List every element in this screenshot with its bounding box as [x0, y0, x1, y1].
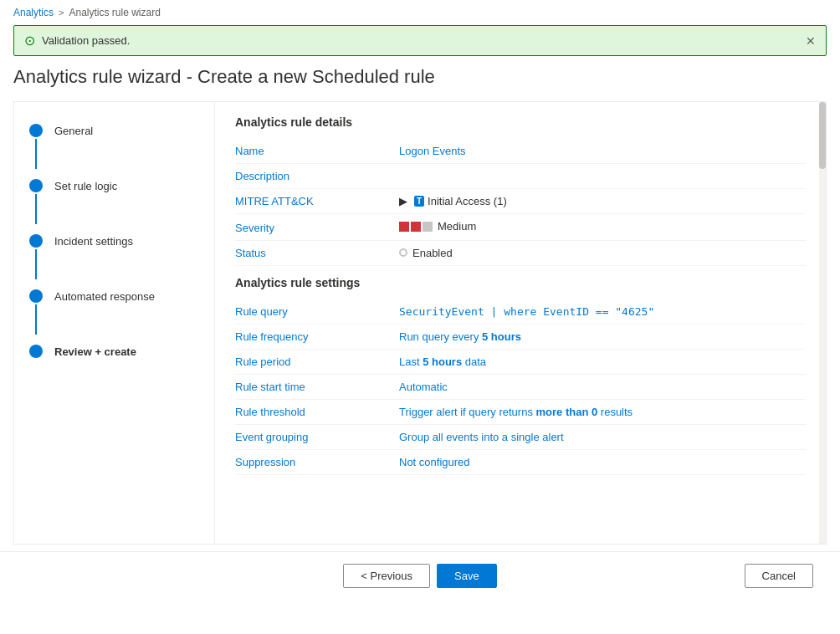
detail-row-suppression: Suppression Not configured	[235, 450, 806, 475]
page-title: Analytics rule wizard - Create a new Sch…	[0, 56, 840, 101]
step-automated-response[interactable]: Automated response	[28, 284, 201, 340]
mitre-tag: ▶ T Initial Access (1)	[399, 195, 507, 207]
save-button[interactable]: Save	[437, 564, 497, 588]
label-description: Description	[235, 170, 386, 182]
detail-row-rule-threshold: Rule threshold Trigger alert if query re…	[235, 400, 806, 425]
step-review-create[interactable]: Review + create	[28, 340, 201, 363]
label-mitre: MITRE ATT&CK	[235, 195, 386, 207]
value-rule-start-time: Automatic	[399, 381, 806, 393]
label-rule-start-time: Rule start time	[235, 381, 386, 393]
label-rule-query: Rule query	[235, 305, 386, 318]
mitre-value: Initial Access (1)	[428, 195, 507, 207]
details-section-header: Analytics rule details	[235, 115, 806, 129]
step-circle-general	[29, 124, 43, 137]
label-rule-period: Rule period	[235, 355, 386, 368]
step-set-rule-logic[interactable]: Set rule logic	[28, 174, 201, 229]
step-line-1	[35, 139, 37, 169]
detail-row-event-grouping: Event grouping Group all events into a s…	[235, 425, 806, 450]
detail-row-status: Status Enabled	[235, 241, 806, 267]
step-label-automated: Automated response	[54, 289, 155, 303]
status-dot-circle	[399, 248, 407, 257]
step-line-2	[35, 194, 37, 224]
value-rule-frequency: Run query every 5 hours	[399, 330, 806, 343]
breadcrumb-current: Analytics rule wizard	[69, 7, 160, 18]
footer-bar: < Previous Save Cancel	[0, 551, 840, 600]
severity-block-3	[423, 222, 433, 232]
label-event-grouping: Event grouping	[235, 431, 386, 443]
step-label-general: General	[54, 124, 93, 137]
severity-block-2	[411, 222, 421, 232]
value-rule-period: Last 5 hours data	[399, 355, 806, 368]
wizard-sidebar: General Set rule logic Incident settings	[14, 102, 215, 544]
wizard-content: Analytics rule details Name Logon Events…	[215, 102, 826, 488]
mitre-tag-icon: T	[414, 196, 424, 207]
validation-message: Validation passed.	[42, 34, 130, 47]
step-label-review: Review + create	[54, 345, 136, 358]
scrollbar-thumb[interactable]	[819, 102, 826, 169]
detail-row-name: Name Logon Events	[235, 139, 806, 164]
step-incident-settings[interactable]: Incident settings	[28, 229, 201, 284]
severity-text: Medium	[438, 220, 476, 233]
detail-row-mitre: MITRE ATT&CK ▶ T Initial Access (1)	[235, 189, 806, 214]
detail-row-rule-period: Rule period Last 5 hours data	[235, 350, 806, 375]
step-label-rule-logic: Set rule logic	[54, 179, 117, 192]
value-rule-threshold: Trigger alert if query returns more than…	[399, 406, 806, 418]
breadcrumb: Analytics > Analytics rule wizard	[0, 0, 840, 25]
label-severity: Severity	[235, 222, 386, 234]
step-circle-review	[29, 345, 43, 358]
severity-block-1	[399, 222, 409, 232]
cancel-button[interactable]: Cancel	[745, 564, 813, 588]
detail-row-rule-query: Rule query SecurityEvent | where EventID…	[235, 299, 806, 325]
scrollbar-track[interactable]	[819, 102, 826, 544]
value-status: Enabled	[399, 247, 806, 260]
status-text: Enabled	[412, 247, 453, 259]
rule-period-bold: 5 hours	[423, 355, 462, 368]
label-rule-threshold: Rule threshold	[235, 406, 386, 418]
detail-row-description: Description	[235, 164, 806, 189]
breadcrumb-parent[interactable]: Analytics	[13, 7, 54, 18]
step-circle-rule-logic	[29, 179, 43, 192]
detail-row-severity: Severity Medium	[235, 214, 806, 241]
breadcrumb-separator: >	[59, 8, 64, 18]
severity-indicator: Medium	[399, 220, 476, 233]
step-line-3	[35, 249, 37, 279]
label-status: Status	[235, 247, 386, 259]
label-suppression: Suppression	[235, 456, 386, 468]
status-dot: Enabled	[399, 247, 453, 259]
step-general[interactable]: General	[28, 119, 201, 174]
value-severity: Medium	[399, 220, 806, 234]
rule-threshold-bold: more than 0	[536, 406, 598, 418]
previous-button[interactable]: < Previous	[343, 564, 430, 588]
wizard-container: General Set rule logic Incident settings	[13, 101, 827, 545]
validation-banner: ⊙ Validation passed. ✕	[13, 25, 827, 56]
wizard-content-wrapper: Analytics rule details Name Logon Events…	[215, 102, 826, 544]
label-rule-frequency: Rule frequency	[235, 330, 386, 343]
value-suppression: Not configured	[399, 456, 806, 468]
step-label-incident: Incident settings	[54, 234, 133, 248]
check-icon: ⊙	[24, 33, 35, 49]
step-circle-incident	[29, 234, 43, 248]
detail-row-rule-start-time: Rule start time Automatic	[235, 375, 806, 400]
step-circle-automated	[29, 289, 43, 303]
severity-blocks	[399, 222, 433, 232]
value-rule-query: SecurityEvent | where EventID == "4625"	[399, 305, 806, 318]
value-event-grouping: Group all events into a single alert	[399, 431, 806, 443]
footer-inner: < Previous Save Cancel	[13, 564, 827, 588]
settings-section-header: Analytics rule settings	[235, 276, 806, 289]
value-mitre: ▶ T Initial Access (1)	[399, 195, 806, 207]
rule-frequency-bold: 5 hours	[482, 330, 521, 343]
step-line-4	[35, 304, 37, 335]
detail-row-rule-frequency: Rule frequency Run query every 5 hours	[235, 325, 806, 350]
close-icon[interactable]: ✕	[806, 34, 816, 48]
label-name: Name	[235, 145, 386, 157]
value-name: Logon Events	[399, 145, 806, 157]
